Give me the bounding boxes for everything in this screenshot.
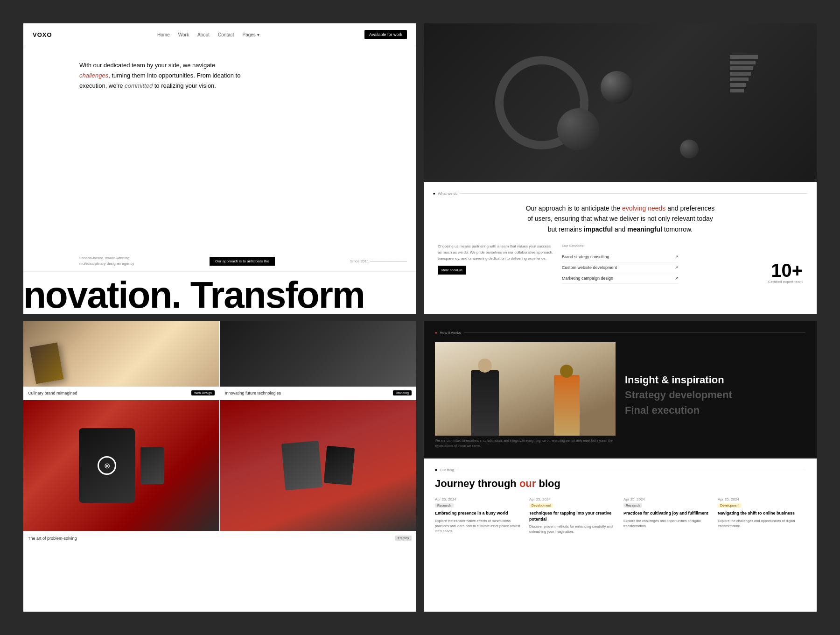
about-desc: Choosing us means partnering with a team… <box>438 244 554 261</box>
how-image-col: We are committed to excellence, collabor… <box>435 342 616 448</box>
blog-title-3: Navigating the shift to online business <box>718 510 805 516</box>
problem-obj2 <box>324 446 355 486</box>
how-content: We are committed to excellence, collabor… <box>435 342 805 448</box>
problem-tag: Frames <box>395 536 412 541</box>
sphere-shape <box>601 71 633 104</box>
available-cta[interactable]: Available for work <box>364 30 407 39</box>
cylinder-shape <box>557 108 599 150</box>
tech-caption: Innovating future technologies Branding <box>220 387 416 399</box>
problem-image <box>220 400 416 531</box>
service-3: Marketing campaign design ↗ <box>562 273 679 284</box>
how-steps: Insight & inspiration Strategy developme… <box>625 342 805 448</box>
blog-section: Our blog Journey through our blog Apr 25… <box>424 459 817 612</box>
blog-desc-1: Discover proven methods for enhancing cr… <box>529 524 617 535</box>
portfolio-problem[interactable] <box>220 400 416 531</box>
service-2: Custom website development ↗ <box>562 262 679 273</box>
blog-desc-0: Explore the transformative effects of mi… <box>435 518 523 534</box>
nav-work[interactable]: Work <box>178 32 189 37</box>
blog-divider <box>457 470 805 470</box>
blog-date-0: Apr 25, 2024 <box>435 497 523 501</box>
evolving-needs-hl: evolving needs <box>622 205 665 212</box>
portfolio-culinary[interactable]: Culinary brand reimagined Web Design <box>23 321 219 399</box>
blog-desc-3: Explore the challenges and opportunities… <box>718 518 805 529</box>
blog-title: Journey through our blog <box>435 478 805 490</box>
since-label: Since 2011 ────────────── <box>350 259 407 263</box>
certified-label: Certified expert team <box>768 280 803 284</box>
stack-shape <box>730 55 758 92</box>
committed-highlight: committed <box>125 82 153 89</box>
arrow-icon-2: ↗ <box>675 265 679 270</box>
explore-btn[interactable]: Our approach is to anticipate the <box>210 257 275 266</box>
blog-card-2[interactable]: Apr 25, 2024 Research Practices for cult… <box>623 497 711 535</box>
approach-text: Our approach is to anticipate the evolvi… <box>522 203 718 234</box>
certified-col: 10+ Certified expert team <box>686 244 803 284</box>
culinary-tag: Web Design <box>191 390 215 395</box>
panel-about: What we do Our approach is to anticipate… <box>424 23 817 314</box>
blog-tag-0: Research <box>435 503 454 508</box>
tech-tag: Branding <box>393 390 412 395</box>
agency-desc: London-based, award-winning,multidiscipl… <box>79 255 134 267</box>
services-col: Our Services Brand strategy consulting ↗… <box>562 244 679 284</box>
marquee-text: novation. Transform <box>23 276 416 314</box>
what-we-do-section: What we do Our approach is to anticipate… <box>424 182 817 314</box>
blog-card-1[interactable]: Apr 25, 2024 Development Techniques for … <box>529 497 617 535</box>
panel-portfolio: Culinary brand reimagined Web Design Inn… <box>23 321 416 612</box>
blog-desc-2: Explore the challenges and opportunities… <box>623 518 711 529</box>
nav-home[interactable]: Home <box>157 32 170 37</box>
person2-figure <box>554 375 580 436</box>
more-about-btn[interactable]: More about us <box>438 266 466 275</box>
arrow-icon: ↗ <box>675 254 679 259</box>
how-label: How it works <box>435 331 805 335</box>
person1-figure <box>471 370 499 436</box>
challenges-highlight: challenges <box>79 72 108 79</box>
logo: VOXO <box>33 31 52 38</box>
portfolio-branding[interactable] <box>23 400 219 531</box>
bottom-grid: Choosing us means partnering with a team… <box>433 244 807 284</box>
services-label: Our Services <box>562 244 679 248</box>
what-we-do-label: What we do <box>433 191 807 196</box>
branding-caption: The art of problem-solving Frames <box>23 532 416 544</box>
blog-title-1: Techniques for tapping into your creativ… <box>529 510 617 522</box>
step-strategy[interactable]: Strategy development <box>625 388 805 402</box>
problem-obj1 <box>281 441 322 491</box>
how-image <box>435 342 616 436</box>
portfolio-top-row: Culinary brand reimagined Web Design Inn… <box>23 321 416 399</box>
hero-text-area: With our dedicated team by your side, we… <box>23 46 416 251</box>
nav-pages[interactable]: Pages ▾ <box>243 32 259 37</box>
how-it-works: How it works We are committed to excelle… <box>424 321 817 458</box>
about-col: Choosing us means partnering with a team… <box>438 244 554 284</box>
nav-contact[interactable]: Contact <box>218 32 234 37</box>
main-canvas: VOXO Home Work About Contact Pages ▾ Ava… <box>23 23 817 612</box>
panel-how-blog: How it works We are committed to excelle… <box>424 321 817 612</box>
blog-card-3[interactable]: Apr 25, 2024 Development Navigating the … <box>718 497 805 535</box>
step-execution[interactable]: Final execution <box>625 404 805 417</box>
certified-num: 10+ <box>771 261 803 280</box>
culinary-caption: Culinary brand reimagined Web Design <box>23 387 219 399</box>
nav-links: Home Work About Contact Pages ▾ <box>157 32 259 37</box>
step-insight[interactable]: Insight & inspiration <box>625 374 805 387</box>
how-caption: We are committed to excellence, collabor… <box>435 436 616 448</box>
blog-date-1: Apr 25, 2024 <box>529 497 617 501</box>
people-illustration <box>435 342 616 436</box>
culinary-image <box>23 321 219 387</box>
hero-paragraph: With our dedicated team by your side, we… <box>79 60 247 91</box>
blog-card-0[interactable]: Apr 25, 2024 Research Embracing presence… <box>435 497 523 535</box>
impactful-hl: impactful <box>584 226 613 233</box>
our-highlight: our <box>519 478 536 489</box>
panel-hero: VOXO Home Work About Contact Pages ▾ Ava… <box>23 23 416 314</box>
branding-image <box>23 400 219 531</box>
service-1: Brand strategy consulting ↗ <box>562 252 679 262</box>
portfolio-bottom-row <box>23 400 416 531</box>
nav-about[interactable]: About <box>197 32 210 37</box>
small-sphere <box>680 140 699 158</box>
navigation: VOXO Home Work About Contact Pages ▾ Ava… <box>23 23 416 46</box>
portfolio-tech[interactable]: Innovating future technologies Branding <box>220 321 416 399</box>
blog-date-2: Apr 25, 2024 <box>623 497 711 501</box>
brand-card <box>79 428 135 503</box>
blog-title-0: Embracing presence in a busy world <box>435 510 523 516</box>
blog-label: Our blog <box>435 468 805 472</box>
meaningful-hl: meaningful <box>627 226 662 233</box>
meta-row: London-based, award-winning,multidiscipl… <box>23 251 416 271</box>
blog-tag-3: Development <box>718 503 742 508</box>
brand-phone <box>140 447 164 484</box>
